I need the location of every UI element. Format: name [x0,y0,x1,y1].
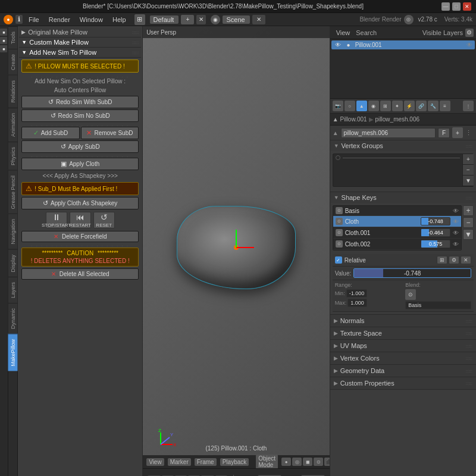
workspace-selector[interactable]: Default [150,15,179,24]
tab-create[interactable]: Create [8,49,18,75]
rt-material-icon[interactable]: ◉ [368,101,379,111]
add-subd-btn[interactable]: ✓ Add SubD [21,127,79,139]
uv-maps-header[interactable]: ▶ UV Maps ::::: [330,340,476,352]
menu-window[interactable]: Window [76,15,107,24]
viewport-icon-2[interactable]: ◎ [292,458,302,466]
apply-cloth-shapekey-btn[interactable]: ↺ Apply Cloth As Shapekey [21,197,139,209]
bc-mesh[interactable]: pillow_mesh.006 [375,116,420,123]
mesh-fake-user-btn[interactable]: F [438,128,450,138]
maximize-button[interactable]: □ [452,2,461,11]
playback-btn[interactable]: Playback [220,458,249,466]
tab-animation[interactable]: Animation [8,108,18,142]
mesh-name-field[interactable]: pillow_mesh.006 [341,128,436,138]
section-original-make-pillow[interactable]: ▶ Original Make Pillow ::::: [19,27,141,37]
rt-particles-icon[interactable]: ✦ [392,101,403,111]
redo-sim-no-subd-btn[interactable]: ↺ Redo Sim No SubD [21,109,139,122]
max-field[interactable]: 1.000 [347,299,367,307]
right-tab-search[interactable]: Search [356,29,377,36]
marker-btn[interactable]: Marker [168,458,191,466]
rel-btn-1[interactable]: ⊞ [437,256,447,264]
sk-cloth001[interactable]: ⊙ Cloth.001 -0.464 👁 [333,227,461,239]
tab-dynamic[interactable]: Dynamic [8,303,18,334]
rel-btn-3[interactable]: ✕ [461,256,471,264]
toolbar-icon-2[interactable]: ■ [0,37,7,44]
menu-file[interactable]: File [25,15,43,24]
texture-space-header[interactable]: ▶ Texture Space ::::: [330,327,476,339]
rt-texture-icon[interactable]: ⊞ [380,101,391,111]
toolbar-icon-1[interactable]: ■ [0,29,7,36]
minimize-button[interactable]: — [441,2,450,11]
sk-cloth-eye[interactable]: 👁 [453,218,459,225]
right-settings-icon[interactable]: ⚙ [465,29,474,37]
section-custom-make-pillow[interactable]: ▼ Custom Make Pillow ::::: [19,37,141,48]
reset-btn[interactable]: ↺ RESET [93,212,115,228]
close-workspace-btn[interactable]: ✕ [196,15,206,24]
object-mode-btn[interactable]: Object Mode [256,455,278,468]
rt-camera-icon[interactable]: 📷 [333,101,343,111]
tab-display[interactable]: Display [8,249,18,277]
vg-down-btn[interactable]: ▼ [463,176,474,186]
viewport-icon-4[interactable]: ⊙ [314,458,323,466]
stop-start-btn[interactable]: ⏸ STOP/START [46,212,67,228]
sk-cloth002-eye[interactable]: 👁 [453,241,459,248]
rt-physics-icon[interactable]: ⚡ [404,101,415,111]
menu-render[interactable]: Render [45,15,74,24]
redo-sim-subd-btn[interactable]: ↺ Redo Sim With SubD [21,96,139,108]
tab-layers[interactable]: Layers [8,277,18,303]
scene-selector[interactable]: Scene [223,15,249,24]
min-field[interactable]: -1.000 [346,289,368,298]
tab-physics[interactable]: Physics [8,142,18,170]
normals-header[interactable]: ▶ Normals ::::: [330,315,476,327]
delete-all-selected-btn[interactable]: ✕ Delete All Selected [21,268,139,280]
close-scene-btn[interactable]: ✕ [252,15,265,24]
right-tab-view[interactable]: View [333,29,354,37]
sk-add-btn[interactable]: + [463,205,474,216]
add-workspace-btn[interactable]: + [181,15,194,24]
sk-cloth001-eye[interactable]: 👁 [453,230,459,236]
tab-navigation[interactable]: Navigation [8,214,18,249]
rel-btn-2[interactable]: ⚙ [449,256,459,264]
vg-remove-btn[interactable]: − [463,165,474,176]
view-btn[interactable]: View [146,458,164,466]
mesh-new-btn[interactable]: + [452,127,463,138]
info-icon[interactable]: ℹ [15,15,23,24]
viewport-icon-1[interactable]: ● [281,458,291,466]
rt-constraints-icon[interactable]: 🔗 [416,101,427,111]
section-add-sim[interactable]: ▼ Add New Sim To Pillow ::::: [19,48,141,58]
tab-makepillow[interactable]: MakePillow [8,334,18,371]
tab-grease-pencil[interactable]: Grease Pencil [8,170,18,214]
apply-cloth-btn[interactable]: ▣ Apply Cloth [21,158,139,170]
tab-tools[interactable]: Tools [8,26,18,49]
rt-mesh-icon[interactable]: ▲ [356,101,367,111]
vertex-colors-header[interactable]: ▶ Vertex Colors ::::: [330,352,476,364]
bc-object[interactable]: Pillow.001 [340,116,367,123]
remove-subd-btn[interactable]: ✕ Remove SubD [81,127,139,139]
viewport-icon-3[interactable]: ◼ [303,458,312,466]
vertex-groups-header[interactable]: ▼ Vertex Groups ::::: [330,140,476,151]
rt-data-icon[interactable]: ≡ [440,101,450,111]
sk-remove-btn[interactable]: − [463,217,474,228]
tree-item-pillow[interactable]: 👁 ● Pillow.001 👁 [331,40,475,49]
right-visible-layers[interactable]: Visible Layers [422,29,463,36]
vg-add-btn[interactable]: + [463,154,474,165]
sk-cloth002[interactable]: ⊙ Cloth.002 0.575 👁 [333,239,461,250]
shape-keys-header[interactable]: ▼ Shape Keys ::::: [330,192,476,203]
frame-btn[interactable]: Frame [195,458,217,466]
tab-relations[interactable]: Relations [8,75,18,108]
sk-basis[interactable]: ⊙ Basis 👁 [333,206,461,216]
close-button[interactable]: ✕ [463,2,471,11]
sk-basis-eye[interactable]: 👁 [453,208,459,214]
value-bar[interactable]: -0.748 [353,268,471,278]
sk-cloth[interactable]: ⊙ Cloth -0.748 👁 [333,216,461,227]
apply-subd-btn[interactable]: ↺ Apply SubD [21,140,139,153]
toolbar-icon-3[interactable]: ■ [0,45,7,52]
blend-field[interactable]: Basis [405,301,471,309]
viewport-icon-5[interactable]: ⬛ [324,458,329,466]
tree-visibility-icon[interactable]: 👁 [466,42,472,48]
menu-help[interactable]: Help [109,15,130,24]
relative-checkbox[interactable]: ✓ [335,256,342,264]
rt-object-icon[interactable]: ○ [345,101,355,111]
geometry-data-header[interactable]: ▶ Geometry Data ::::: [330,365,476,377]
restart-btn[interactable]: ⏮ RESTART [70,212,91,228]
rt-modifiers-icon[interactable]: 🔧 [428,101,439,111]
